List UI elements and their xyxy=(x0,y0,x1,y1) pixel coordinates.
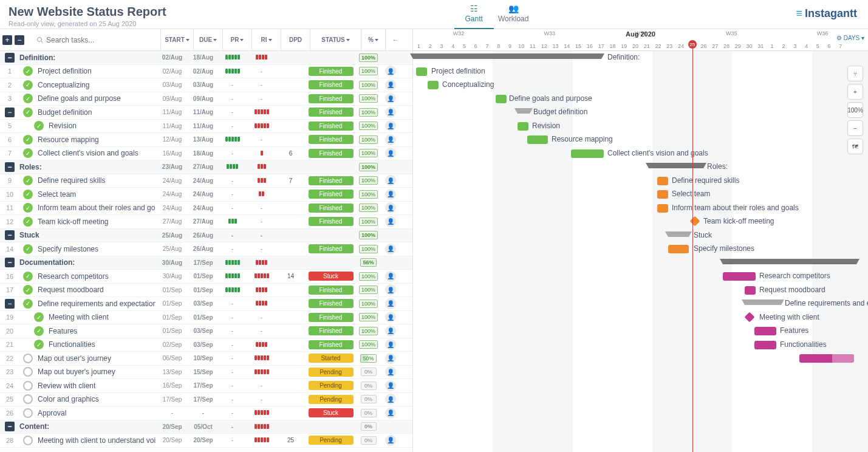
task-row[interactable]: 3Define goals and purpose09/Aug09/Aug--F… xyxy=(0,92,412,106)
avatar: 👤 xyxy=(385,380,396,391)
col-pct[interactable]: % xyxy=(361,29,385,51)
gantt-bar[interactable] xyxy=(496,95,507,103)
task-row[interactable]: 22Map out user's journey06/Sep10/Sep-Sta… xyxy=(0,352,412,366)
check-icon xyxy=(34,326,44,336)
avatar: 👤 xyxy=(385,408,396,419)
gantt-label: Select team xyxy=(672,190,710,198)
row-toggle[interactable]: − xyxy=(5,108,15,117)
search-icon xyxy=(36,36,44,44)
row-toggle[interactable]: − xyxy=(5,162,15,172)
row-toggle[interactable]: − xyxy=(5,258,15,267)
col-due[interactable]: DUE xyxy=(193,29,222,51)
gantt-label: Functionalities xyxy=(780,340,827,349)
day-label: 15 xyxy=(573,43,584,49)
task-row[interactable]: 6Resource mapping12/Aug13/Aug-Finished10… xyxy=(0,133,412,147)
task-row[interactable]: 10Select team24/Aug24/Aug-Finished100%👤 xyxy=(0,188,412,202)
col-start[interactable]: START xyxy=(160,29,193,51)
tab-workload[interactable]: 👥Workload xyxy=(494,0,533,29)
task-row[interactable]: −Definition:02/Aug18/Aug100% xyxy=(0,51,412,65)
task-row[interactable]: 14Specify milestones25/Aug26/Aug--Finish… xyxy=(0,242,412,256)
status-badge: Pending xyxy=(309,436,354,445)
col-ri[interactable]: RI xyxy=(251,29,281,51)
task-row[interactable]: 17Request moodboard01/Sep01/SepFinished1… xyxy=(0,284,412,298)
timeline-scale-button[interactable]: DAYS xyxy=(836,35,864,41)
gantt-milestone[interactable] xyxy=(745,312,755,322)
week-label: W33 xyxy=(504,30,595,36)
gantt-bar[interactable] xyxy=(571,149,604,158)
gantt-label: Specify milestones xyxy=(694,244,754,253)
zoom-out-button[interactable]: − xyxy=(847,120,863,136)
gantt-branch-button[interactable]: ⑂ xyxy=(847,66,863,81)
row-toggle[interactable]: − xyxy=(5,299,15,309)
task-row[interactable]: −Budget definition11/Aug11/Aug-Finished1… xyxy=(0,106,412,120)
task-row[interactable]: 7Collect client's vision and goals16/Aug… xyxy=(0,147,412,161)
row-toggle[interactable]: − xyxy=(5,422,15,431)
task-row[interactable]: 9Define required skills24/Aug24/Aug-7Fin… xyxy=(0,174,412,188)
task-row[interactable]: 12Team kick-off meeting27/Aug27/Aug-Fini… xyxy=(0,215,412,229)
day-label: 5 xyxy=(459,43,470,49)
check-icon xyxy=(23,381,33,391)
workload-icon: 👥 xyxy=(494,4,533,13)
col-back[interactable]: ← xyxy=(385,29,405,51)
search-input[interactable] xyxy=(33,36,155,44)
task-row[interactable]: −Define requirements and expectations01/… xyxy=(0,297,412,311)
task-row[interactable]: 28Meeting with client to understand voi.… xyxy=(0,434,412,448)
task-row[interactable]: 26Approval---Stuck0%👤 xyxy=(0,406,412,420)
status-badge: Finished xyxy=(309,313,354,322)
col-pr[interactable]: PR xyxy=(222,29,251,51)
day-label: 26 xyxy=(698,43,709,49)
day-label: 31 xyxy=(755,43,767,49)
task-row[interactable]: −Content:20/Sep05/Oct-0% xyxy=(0,420,412,434)
gantt-bar[interactable] xyxy=(428,81,439,89)
task-row[interactable]: 25Color and graphics17/Sep17/Sep--Pendin… xyxy=(0,393,412,407)
task-name: Features xyxy=(19,326,155,336)
gantt-bar[interactable] xyxy=(527,135,548,144)
gantt-bar[interactable] xyxy=(416,67,427,76)
gantt-bar[interactable] xyxy=(518,122,528,131)
day-label: 3 xyxy=(436,43,448,49)
row-toggle[interactable]: − xyxy=(5,53,15,63)
gantt-bar[interactable] xyxy=(799,354,854,363)
task-row[interactable]: 20Features01/Sep03/Sep--Finished100%👤 xyxy=(0,324,412,338)
gantt-bar[interactable] xyxy=(657,204,668,213)
gantt-bar[interactable] xyxy=(745,286,756,295)
map-button[interactable]: 🗺 xyxy=(847,139,863,154)
tab-gantt[interactable]: ☷Gantt xyxy=(454,0,494,29)
gantt-label: Features xyxy=(780,326,808,335)
task-row[interactable]: 16Research competitors30/Aug01/Sep14Stuc… xyxy=(0,270,412,284)
progress-badge: 100% xyxy=(359,300,378,308)
tab-workload-label: Workload xyxy=(498,15,528,23)
gantt-bar[interactable] xyxy=(754,341,776,349)
gantt-label: Revision xyxy=(532,122,560,130)
task-row[interactable]: 1Project definition02/Aug02/Aug-Finished… xyxy=(0,65,412,79)
task-row[interactable]: −Stuck25/Aug26/Aug--100% xyxy=(0,229,412,243)
gantt-bar[interactable] xyxy=(657,190,668,199)
task-row[interactable]: 24Review with client16/Sep17/Sep--Pendin… xyxy=(0,379,412,393)
col-status[interactable]: STATUS xyxy=(310,29,361,51)
day-label: 28 xyxy=(721,43,733,49)
task-row[interactable]: −Roles:23/Aug27/Aug100% xyxy=(0,160,412,174)
row-toggle[interactable]: − xyxy=(5,230,15,240)
task-row[interactable]: 21Functionalities02/Sep03/Sep-Finished10… xyxy=(0,338,412,352)
expand-all-button[interactable]: + xyxy=(2,35,12,45)
gantt-bar[interactable] xyxy=(668,245,689,253)
gantt-bar[interactable] xyxy=(754,327,776,335)
task-row[interactable]: −Documentation:30/Aug17/Sep56% xyxy=(0,256,412,270)
status-badge: Pending xyxy=(309,395,354,404)
zoom-fit-button[interactable]: 100% xyxy=(847,102,863,118)
status-badge: Stuck xyxy=(309,408,354,417)
task-row[interactable]: 2Conceptualizing03/Aug03/Aug--Finished10… xyxy=(0,78,412,92)
avatar: 👤 xyxy=(385,120,396,131)
task-row[interactable]: 5Revision11/Aug11/Aug-Finished100%👤 xyxy=(0,120,412,134)
avatar: 👤 xyxy=(385,189,396,200)
zoom-in-button[interactable]: + xyxy=(847,84,863,100)
task-name: Resource mapping xyxy=(19,135,155,145)
avatar: 👤 xyxy=(385,366,396,377)
col-dpd[interactable]: DPD xyxy=(281,29,310,51)
collapse-all-button[interactable]: − xyxy=(15,35,24,45)
task-row[interactable]: 19Meeting with client01/Sep01/Sep--Finis… xyxy=(0,311,412,325)
gantt-bar[interactable] xyxy=(723,272,756,281)
gantt-bar[interactable] xyxy=(657,177,668,185)
task-row[interactable]: 11Inform team about their roles and go..… xyxy=(0,202,412,216)
task-row[interactable]: 23Map out buyer's journey13/Sep15/Sep-Pe… xyxy=(0,366,412,380)
